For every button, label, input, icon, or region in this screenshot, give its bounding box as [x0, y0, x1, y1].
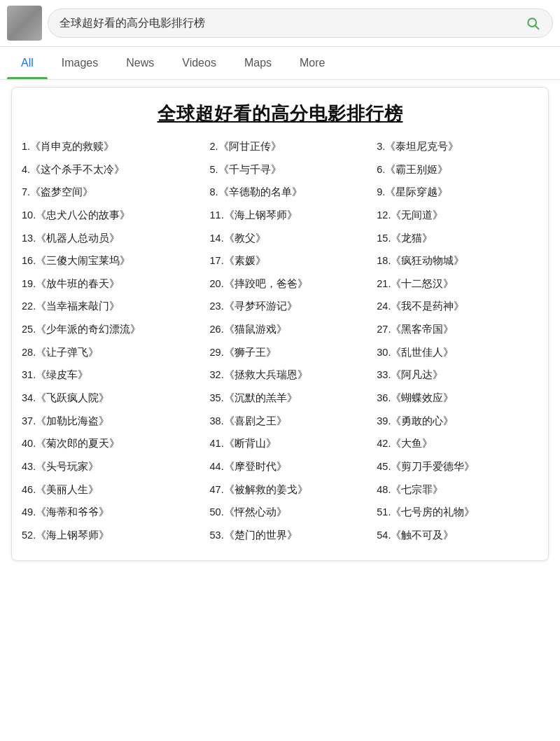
movie-cell[interactable]: 17.《素媛》	[207, 251, 374, 270]
movie-cell[interactable]: 42.《大鱼》	[374, 434, 541, 453]
movie-row: 7.《盗梦空间》8.《辛德勒的名单》9.《星际穿越》	[19, 183, 541, 202]
movie-cell[interactable]: 54.《触不可及》	[374, 526, 541, 545]
movie-row: 43.《头号玩家》44.《摩登时代》45.《剪刀手爱德华》	[19, 457, 541, 476]
movie-cell[interactable]: 11.《海上钢琴师》	[207, 206, 374, 225]
movie-cell[interactable]: 26.《猫鼠游戏》	[207, 320, 374, 339]
movie-cell[interactable]: 22.《当幸福来敲门》	[19, 297, 207, 316]
header-thumbnail	[7, 6, 42, 41]
movie-row: 28.《让子弹飞》29.《狮子王》30.《乱世佳人》	[19, 343, 541, 362]
movie-cell[interactable]: 36.《蝴蝶效应》	[374, 389, 541, 408]
movie-cell[interactable]: 27.《黑客帝国》	[374, 320, 541, 339]
movie-cell[interactable]: 13.《机器人总动员》	[19, 229, 207, 248]
movie-cell[interactable]: 12.《无间道》	[374, 206, 541, 225]
movie-row: 1.《肖申克的救赎》2.《阿甘正传》3.《泰坦尼克号》	[19, 137, 541, 156]
movie-cell[interactable]: 45.《剪刀手爱德华》	[374, 457, 541, 476]
movie-cell[interactable]: 43.《头号玩家》	[19, 457, 207, 476]
movie-cell[interactable]: 3.《泰坦尼克号》	[374, 137, 541, 156]
tab-more[interactable]: More	[286, 47, 339, 79]
movie-cell[interactable]: 37.《加勒比海盗》	[19, 412, 207, 431]
result-card: 全球超好看的高分电影排行榜 1.《肖申克的救赎》2.《阿甘正传》3.《泰坦尼克号…	[11, 87, 549, 561]
movie-cell[interactable]: 20.《摔跤吧，爸爸》	[207, 275, 374, 293]
movie-cell[interactable]: 51.《七号房的礼物》	[374, 503, 541, 522]
movie-cell[interactable]: 33.《阿凡达》	[374, 366, 541, 385]
movie-cell[interactable]: 34.《飞跃疯人院》	[19, 389, 207, 408]
movie-row: 31.《绿皮车》32.《拯救大兵瑞恩》33.《阿凡达》	[19, 366, 541, 385]
movie-cell[interactable]: 7.《盗梦空间》	[19, 183, 207, 202]
movie-cell[interactable]: 53.《楚门的世界》	[207, 526, 374, 545]
tab-images[interactable]: Images	[48, 47, 112, 79]
movie-cell[interactable]: 49.《海蒂和爷爷》	[19, 503, 207, 522]
tab-all[interactable]: All	[7, 47, 48, 79]
movie-cell[interactable]: 1.《肖申克的救赎》	[19, 137, 207, 156]
movie-row: 34.《飞跃疯人院》35.《沉默的羔羊》36.《蝴蝶效应》	[19, 389, 541, 408]
movie-row: 37.《加勒比海盗》38.《喜剧之王》39.《勇敢的心》	[19, 412, 541, 431]
movie-cell[interactable]: 32.《拯救大兵瑞恩》	[207, 366, 374, 385]
movie-row: 19.《放牛班的春天》20.《摔跤吧，爸爸》21.《十二怒汉》	[19, 275, 541, 293]
main-content: 全球超好看的高分电影排行榜 1.《肖申克的救赎》2.《阿甘正传》3.《泰坦尼克号…	[0, 80, 560, 575]
movie-row: 16.《三傻大闹宝莱坞》17.《素媛》18.《疯狂动物城》	[19, 251, 541, 270]
thumbnail-image	[7, 6, 42, 41]
movie-cell[interactable]: 44.《摩登时代》	[207, 457, 374, 476]
movie-cell[interactable]: 30.《乱世佳人》	[374, 343, 541, 362]
header: 全球超好看的高分电影排行榜	[0, 0, 560, 47]
movie-cell[interactable]: 2.《阿甘正传》	[207, 137, 374, 156]
movie-cell[interactable]: 16.《三傻大闹宝莱坞》	[19, 251, 207, 270]
movie-cell[interactable]: 21.《十二怒汉》	[374, 275, 541, 293]
movie-row: 46.《美丽人生》47.《被解救的姜戈》48.《七宗罪》	[19, 480, 541, 499]
movie-cell[interactable]: 41.《断背山》	[207, 434, 374, 453]
movie-cell[interactable]: 18.《疯狂动物城》	[374, 251, 541, 270]
movie-cell[interactable]: 5.《千与千寻》	[207, 160, 374, 179]
movie-cell[interactable]: 52.《海上钢琴师》	[19, 526, 207, 545]
nav-tabs: All Images News Videos Maps More	[0, 47, 560, 80]
movie-cell[interactable]: 29.《狮子王》	[207, 343, 374, 362]
result-card-title: 全球超好看的高分电影排行榜	[12, 88, 548, 133]
movie-cell[interactable]: 40.《菊次郎的夏天》	[19, 434, 207, 453]
search-query-text: 全球超好看的高分电影排行榜	[59, 16, 524, 31]
movie-cell[interactable]: 48.《七宗罪》	[374, 480, 541, 499]
movie-cell[interactable]: 9.《星际穿越》	[374, 183, 541, 202]
movie-cell[interactable]: 19.《放牛班的春天》	[19, 275, 207, 293]
movie-cell[interactable]: 50.《怦然心动》	[207, 503, 374, 522]
movie-cell[interactable]: 46.《美丽人生》	[19, 480, 207, 499]
movie-cell[interactable]: 10.《忠犬八公的故事》	[19, 206, 207, 225]
movie-list: 1.《肖申克的救赎》2.《阿甘正传》3.《泰坦尼克号》4.《这个杀手不太冷》5.…	[12, 133, 548, 560]
movie-cell[interactable]: 8.《辛德勒的名单》	[207, 183, 374, 202]
tab-maps[interactable]: Maps	[230, 47, 286, 79]
movie-cell[interactable]: 38.《喜剧之王》	[207, 412, 374, 431]
search-icon[interactable]	[524, 15, 541, 32]
movie-row: 13.《机器人总动员》14.《教父》15.《龙猫》	[19, 229, 541, 248]
movie-cell[interactable]: 14.《教父》	[207, 229, 374, 248]
movie-cell[interactable]: 28.《让子弹飞》	[19, 343, 207, 362]
movie-cell[interactable]: 25.《少年派的奇幻漂流》	[19, 320, 207, 339]
movie-cell[interactable]: 47.《被解救的姜戈》	[207, 480, 374, 499]
tab-videos[interactable]: Videos	[168, 47, 230, 79]
movie-row: 10.《忠犬八公的故事》11.《海上钢琴师》12.《无间道》	[19, 206, 541, 225]
movie-cell[interactable]: 31.《绿皮车》	[19, 366, 207, 385]
tab-news[interactable]: News	[112, 47, 168, 79]
movie-row: 4.《这个杀手不太冷》5.《千与千寻》6.《霸王别姬》	[19, 160, 541, 179]
movie-row: 40.《菊次郎的夏天》41.《断背山》42.《大鱼》	[19, 434, 541, 453]
movie-cell[interactable]: 15.《龙猫》	[374, 229, 541, 248]
movie-row: 25.《少年派的奇幻漂流》26.《猫鼠游戏》27.《黑客帝国》	[19, 320, 541, 339]
movie-row: 49.《海蒂和爷爷》50.《怦然心动》51.《七号房的礼物》	[19, 503, 541, 522]
movie-cell[interactable]: 6.《霸王别姬》	[374, 160, 541, 179]
svg-line-1	[536, 26, 539, 29]
movie-cell[interactable]: 39.《勇敢的心》	[374, 412, 541, 431]
movie-cell[interactable]: 35.《沉默的羔羊》	[207, 389, 374, 408]
movie-cell[interactable]: 23.《寻梦环游记》	[207, 297, 374, 316]
movie-row: 52.《海上钢琴师》53.《楚门的世界》54.《触不可及》	[19, 526, 541, 545]
search-bar[interactable]: 全球超好看的高分电影排行榜	[48, 8, 553, 38]
movie-cell[interactable]: 4.《这个杀手不太冷》	[19, 160, 207, 179]
movie-row: 22.《当幸福来敲门》23.《寻梦环游记》24.《我不是药神》	[19, 297, 541, 316]
movie-cell[interactable]: 24.《我不是药神》	[374, 297, 541, 316]
